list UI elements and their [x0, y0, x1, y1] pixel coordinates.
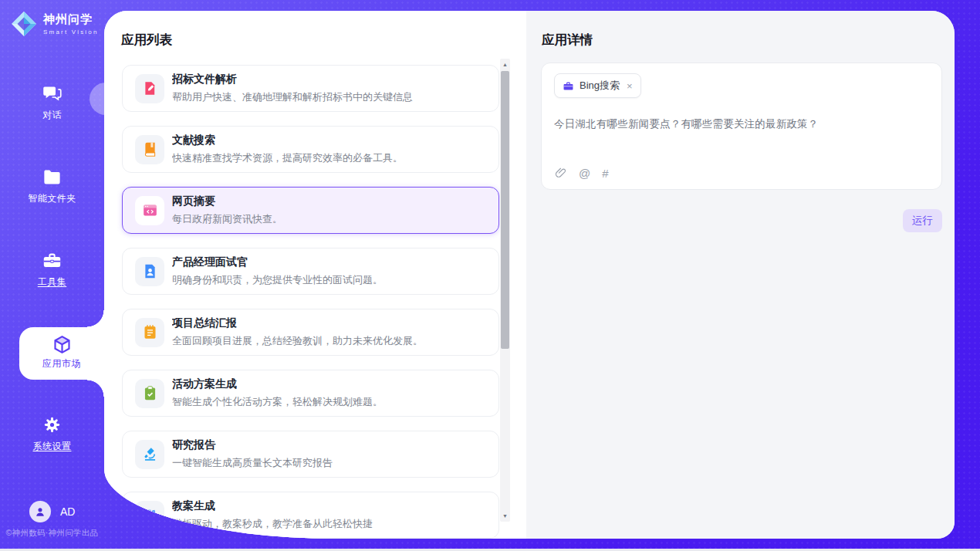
- scrollbar-thumb[interactable]: [501, 71, 509, 349]
- app-card-selected[interactable]: 网页摘要 每日政府新闻资讯快查。: [122, 187, 499, 234]
- sidebar-item-label: 智能文件夹: [0, 192, 104, 205]
- app-card-text: 招标文件解析 帮助用户快速、准确地理解和解析招标书中的关键信息: [172, 73, 413, 104]
- composer-toolbar: @ #: [554, 167, 609, 180]
- app-icon-tile: [135, 74, 164, 103]
- app-card-text: 网页摘要 每日政府新闻资讯快查。: [172, 194, 282, 226]
- sidebar-item-smart-folder[interactable]: 智能文件夹: [0, 167, 104, 205]
- app-card-item[interactable]: 文献搜索 快速精准查找学术资源，提高研究效率的必备工具。: [122, 126, 499, 173]
- copyright-footer: ©神州数码·神州问学出品: [0, 528, 104, 539]
- books-icon: [142, 507, 158, 523]
- app-card-description: 一键智能生成高质量长文本研究报告: [172, 456, 333, 470]
- microscope-icon: [142, 446, 158, 462]
- app-card-title: 研究报告: [172, 438, 333, 452]
- toolbox-icon: [42, 250, 63, 271]
- sidebar-item-label: 工具集: [0, 276, 104, 289]
- app-card-text: 教案生成 模板驱动，教案秒成，教学准备从此轻松快捷: [172, 499, 373, 531]
- gear-icon: [42, 414, 63, 435]
- app-card-text: 研究报告 一键智能生成高质量长文本研究报告: [172, 438, 333, 470]
- app-icon-tile: [135, 501, 164, 530]
- app-card-title: 产品经理面试官: [172, 255, 383, 269]
- app-card-title: 招标文件解析: [172, 73, 413, 86]
- sidebar-item-label: 系统设置: [0, 440, 104, 453]
- tool-chip-label: Bing搜索: [580, 79, 620, 93]
- sidebar-item-settings[interactable]: 系统设置: [0, 414, 104, 453]
- folder-icon: [42, 167, 63, 188]
- hash-tag-icon[interactable]: #: [602, 167, 608, 180]
- chip-close-icon[interactable]: ×: [627, 80, 633, 92]
- at-mention-icon[interactable]: @: [579, 167, 590, 180]
- app-card-description: 帮助用户快速、准确地理解和解析招标书中的关键信息: [172, 90, 413, 104]
- app-card-item[interactable]: 研究报告 一键智能生成高质量长文本研究报告: [122, 431, 499, 478]
- sidebar-item-app-market[interactable]: 应用市场: [19, 327, 104, 380]
- app-card-item[interactable]: 招标文件解析 帮助用户快速、准确地理解和解析招标书中的关键信息: [122, 65, 499, 112]
- web-code-icon: [142, 202, 158, 218]
- app-card-title: 教案生成: [172, 499, 373, 513]
- sidebar-item-label: 应用市场: [19, 357, 104, 370]
- app-card-title: 活动方案生成: [172, 377, 383, 391]
- prompt-text[interactable]: 今日湖北有哪些新闻要点？有哪些需要关注的最新政策？: [554, 117, 929, 131]
- app-card-description: 全面回顾项目进展，总结经验教训，助力未来优化发展。: [172, 334, 423, 348]
- doc-person-icon: [142, 263, 158, 279]
- avatar: [29, 501, 51, 522]
- notepad-icon: [142, 324, 158, 340]
- run-button[interactable]: 运行: [903, 209, 942, 232]
- app-card-title: 网页摘要: [172, 194, 282, 208]
- app-card-description: 快速精准查找学术资源，提高研究效率的必备工具。: [172, 151, 403, 165]
- app-icon-tile: [135, 379, 164, 408]
- prompt-card[interactable]: Bing搜索 × 今日湖北有哪些新闻要点？有哪些需要关注的最新政策？ @ #: [541, 63, 942, 190]
- cube-icon: [52, 334, 73, 355]
- app-icon-tile: [135, 135, 164, 164]
- app-card-item[interactable]: 项目总结汇报 全面回顾项目进展，总结经验教训，助力未来优化发展。: [122, 309, 499, 356]
- app-card-description: 明确身份和职责，为您提供专业性的面试问题。: [172, 273, 383, 287]
- sidebar-item-label: 对话: [0, 109, 104, 122]
- app-detail-panel: 应用详情 Bing搜索 × 今日湖北有哪些新闻要点？有哪些需要关注的最新政策？: [526, 11, 955, 539]
- book-icon: [142, 141, 158, 157]
- app-card-item[interactable]: 教案生成 模板驱动，教案秒成，教学准备从此轻松快捷: [122, 492, 499, 539]
- app-card-text: 文献搜索 快速精准查找学术资源，提高研究效率的必备工具。: [172, 134, 403, 165]
- app-card-text: 产品经理面试官 明确身份和职责，为您提供专业性的面试问题。: [172, 255, 383, 287]
- app-icon-tile: [135, 257, 164, 286]
- scrollbar-down-arrow[interactable]: ▼: [500, 511, 510, 521]
- app-card-list: 招标文件解析 帮助用户快速、准确地理解和解析招标书中的关键信息 文献搜索 快速精…: [122, 65, 499, 539]
- user-initials: AD: [60, 505, 75, 518]
- sidebar: 神州问学 Smart Vision 对话 智能文件夹: [0, 0, 104, 549]
- app-card-description: 模板驱动，教案秒成，教学准备从此轻松快捷: [172, 517, 373, 531]
- brand-name: 神州问学: [43, 12, 99, 27]
- app-card-title: 项目总结汇报: [172, 316, 423, 330]
- person-icon: [33, 505, 47, 519]
- paperclip-icon[interactable]: [554, 167, 567, 180]
- chat-icon: [42, 83, 63, 104]
- app-card-item[interactable]: 活动方案生成 智能生成个性化活动方案，轻松解决规划难题。: [122, 370, 499, 417]
- content-area: 应用列表 招标文件解析 帮助用户快速、准确地理解和解析招标书中的关键信息 文献搜…: [104, 11, 955, 539]
- sidebar-item-chat[interactable]: 对话: [0, 83, 104, 122]
- brand-diamond-icon: [10, 10, 38, 38]
- sidebar-item-toolset[interactable]: 工具集: [0, 250, 104, 289]
- app-card-text: 项目总结汇报 全面回顾项目进展，总结经验教训，助力未来优化发展。: [172, 316, 423, 348]
- app-list-title: 应用列表: [121, 32, 172, 49]
- clipboard-check-icon: [142, 385, 158, 401]
- brand-subtitle: Smart Vision: [43, 29, 99, 35]
- briefcase-icon: [563, 80, 574, 92]
- doc-edit-icon: [142, 80, 158, 96]
- app-icon-tile: [135, 440, 164, 469]
- user-account[interactable]: AD: [29, 501, 75, 522]
- app-card-text: 活动方案生成 智能生成个性化活动方案，轻松解决规划难题。: [172, 377, 383, 409]
- app-card-description: 每日政府新闻资讯快查。: [172, 212, 282, 226]
- scrollbar-up-arrow[interactable]: ▲: [500, 59, 510, 69]
- app-detail-title: 应用详情: [542, 32, 593, 49]
- app-card-title: 文献搜索: [172, 134, 403, 147]
- app-card-item[interactable]: 产品经理面试官 明确身份和职责，为您提供专业性的面试问题。: [122, 248, 499, 295]
- app-window-frame: 神州问学 Smart Vision 对话 智能文件夹: [0, 0, 980, 549]
- app-icon-tile: [135, 318, 164, 347]
- app-icon-tile: [135, 196, 164, 225]
- brand-logo: 神州问学 Smart Vision: [10, 10, 99, 38]
- list-scrollbar[interactable]: ▲ ▼: [500, 59, 510, 522]
- app-list-panel: 应用列表 招标文件解析 帮助用户快速、准确地理解和解析招标书中的关键信息 文献搜…: [104, 11, 526, 539]
- tool-chip-bing-search[interactable]: Bing搜索 ×: [554, 73, 641, 98]
- app-card-description: 智能生成个性化活动方案，轻松解决规划难题。: [172, 395, 383, 409]
